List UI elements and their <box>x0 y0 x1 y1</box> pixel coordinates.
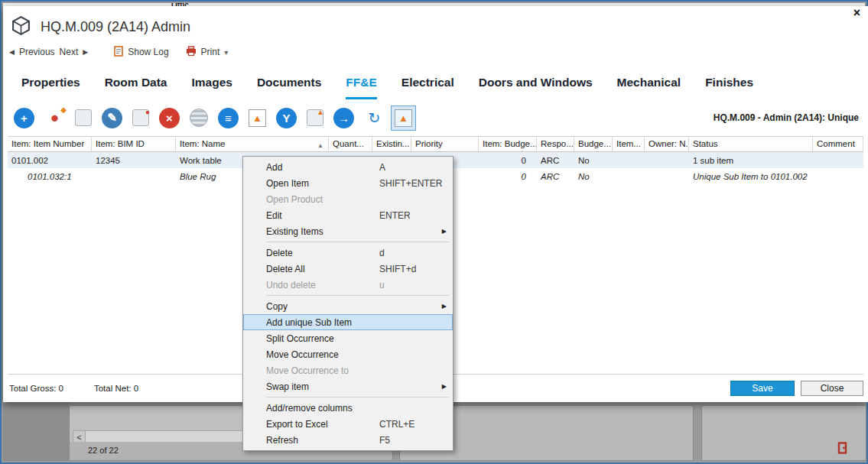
refresh-icon[interactable]: ↻ <box>364 108 385 128</box>
close-icon[interactable]: × <box>853 6 860 20</box>
column-header-priority[interactable]: Priority <box>411 137 479 151</box>
box-items-icon-accent: ▲ <box>317 108 324 116</box>
column-header-owner-n[interactable]: Owner: N... <box>645 137 689 151</box>
print-icon <box>186 46 197 58</box>
menu-item-label: Add <box>266 162 379 173</box>
menu-item-split-occurrence[interactable]: Split Occurrence <box>243 330 453 346</box>
product-box-icon[interactable]: ▲ <box>249 109 266 127</box>
items-icon-accent: ◆ <box>60 105 67 114</box>
menu-item-edit[interactable]: EditENTER <box>243 207 453 223</box>
menu-item-delete-all[interactable]: Delete AllSHIFT+d <box>243 261 453 277</box>
print-button[interactable]: Print <box>201 47 220 57</box>
door-icon <box>837 442 847 457</box>
previous-button[interactable]: Previous <box>19 47 55 57</box>
cell-item-item-number: 0101.002 <box>8 156 92 165</box>
menu-item-delete[interactable]: Deleted <box>243 245 453 261</box>
column-header-status[interactable]: Status <box>689 137 813 151</box>
menu-item-label: Export to Excel <box>266 419 379 430</box>
items-icon[interactable]: ●◆ <box>44 108 65 128</box>
column-header-label: Item: Name <box>180 139 225 151</box>
next-arrow-icon[interactable]: ▶ <box>83 48 88 56</box>
column-header-respo[interactable]: Respo... <box>537 137 574 151</box>
dialog-title: HQ.M.009 (2A14) Admin <box>41 19 190 35</box>
column-header-label: Owner: N... <box>649 139 689 151</box>
tab-documents[interactable]: Documents <box>257 76 321 99</box>
column-header-comment[interactable]: Comment <box>813 137 863 151</box>
menu-item-shortcut: d <box>379 248 385 258</box>
list-icon[interactable]: ≡ <box>218 108 239 128</box>
menu-item-label: Open Product <box>266 194 379 205</box>
submenu-arrow-icon: ▶ <box>442 228 447 235</box>
total-net: Total Net: 0 <box>94 384 138 393</box>
table-header-row: Item: Item NumberItem: BIM IDItem: Name▲… <box>8 137 863 152</box>
tab-doors-and-windows[interactable]: Doors and Windows <box>479 76 593 99</box>
tab-mechanical[interactable]: Mechanical <box>617 76 681 99</box>
move-icon[interactable]: → <box>333 108 354 128</box>
column-header-item-item-number[interactable]: Item: Item Number <box>8 137 92 151</box>
copy-product-icon[interactable]: ● <box>132 109 149 126</box>
menu-item-label: Open Item <box>266 178 379 189</box>
menu-item-copy[interactable]: Copy▶ <box>243 298 453 314</box>
show-log-icon <box>114 46 123 59</box>
menu-separator <box>266 295 449 296</box>
tab-properties[interactable]: Properties <box>21 76 80 99</box>
edit-icon[interactable]: ✎ <box>102 108 122 128</box>
box-items-icon[interactable]: ▲ <box>307 109 323 126</box>
menu-item-label: Edit <box>266 210 379 221</box>
cone-icon[interactable]: ▲ <box>395 109 412 127</box>
column-header-label: Item... <box>616 139 641 151</box>
cell-item-item-number: 0101.032:1 <box>8 172 92 181</box>
menu-item-add[interactable]: AddA <box>243 159 453 175</box>
cell-respo: ARC <box>537 156 574 165</box>
column-header-budge[interactable]: Budge... <box>574 137 613 151</box>
column-header-quant[interactable]: Quant... <box>329 137 372 151</box>
add-icon[interactable]: + <box>14 108 34 128</box>
menu-item-add-remove-columns[interactable]: Add/remove columns <box>243 400 453 416</box>
tab-room-data[interactable]: Room Data <box>105 76 167 99</box>
tab-ff-e[interactable]: FF&E <box>346 76 376 99</box>
tab-electrical[interactable]: Electrical <box>401 76 454 99</box>
column-header-label: Quant... <box>333 139 364 151</box>
menu-item-refresh[interactable]: RefreshF5 <box>243 432 453 448</box>
sphere-icon[interactable] <box>190 109 208 127</box>
package-icon[interactable] <box>75 109 92 126</box>
menu-item-label: Add/remove columns <box>266 403 379 414</box>
menu-item-shortcut: u <box>379 280 385 290</box>
next-button[interactable]: Next <box>60 47 79 57</box>
menu-item-export-to-excel[interactable]: Export to ExcelCTRL+E <box>243 416 453 432</box>
menu-item-shortcut: SHIFT+d <box>379 264 416 274</box>
title-bar: HQ.M.009 (2A14) Admin × <box>3 6 868 41</box>
split-icon[interactable]: Y <box>276 108 297 128</box>
sort-ascending-icon: ▲ <box>317 142 323 149</box>
print-caret-icon[interactable]: ▾ <box>224 48 228 57</box>
menu-item-existing-items[interactable]: Existing Items▶ <box>243 223 453 239</box>
previous-arrow-icon[interactable]: ◀ <box>9 48 15 56</box>
app-logo-icon <box>11 15 31 39</box>
menu-item-add-unique-sub-item[interactable]: Add unique Sub Item <box>243 314 453 330</box>
column-header-item[interactable]: Item... <box>613 137 645 151</box>
column-header-item-budge[interactable]: Item: Budge... <box>479 137 537 151</box>
tab-images[interactable]: Images <box>192 76 232 99</box>
tab-finishes[interactable]: Finishes <box>705 76 753 99</box>
column-header-label: Item: Item Number <box>11 139 84 151</box>
menu-item-swap-item[interactable]: Swap item▶ <box>243 378 453 394</box>
close-button[interactable]: Close <box>801 381 863 396</box>
column-header-item-name[interactable]: Item: Name▲ <box>176 137 329 151</box>
column-header-existin[interactable]: Existin... <box>372 137 411 151</box>
cell-item-bim-id: 12345 <box>92 156 176 165</box>
menu-item-move-occurrence[interactable]: Move Occurrence <box>243 346 453 362</box>
menu-item-open-item[interactable]: Open ItemSHIFT+ENTER <box>243 175 453 191</box>
column-header-label: Respo... <box>541 139 574 151</box>
cell-item-budge: 0 <box>479 172 537 181</box>
save-button[interactable]: Save <box>730 381 795 396</box>
column-header-item-bim-id[interactable]: Item: BIM ID <box>92 137 176 151</box>
cell-item-budge: 0 <box>479 156 537 165</box>
menu-item-open-product: Open Product <box>243 191 453 207</box>
cell-status: Unique Sub Item to 0101.002 <box>689 172 813 181</box>
navigation-row: ◀ Previous Next ▶ Show Log Print ▾ <box>3 41 868 63</box>
delete-icon[interactable]: × <box>159 108 180 128</box>
show-log-button[interactable]: Show Log <box>128 47 168 57</box>
menu-separator <box>266 397 449 397</box>
submenu-arrow-icon: ▶ <box>442 303 447 310</box>
menu-item-label: Undo delete <box>266 280 379 290</box>
